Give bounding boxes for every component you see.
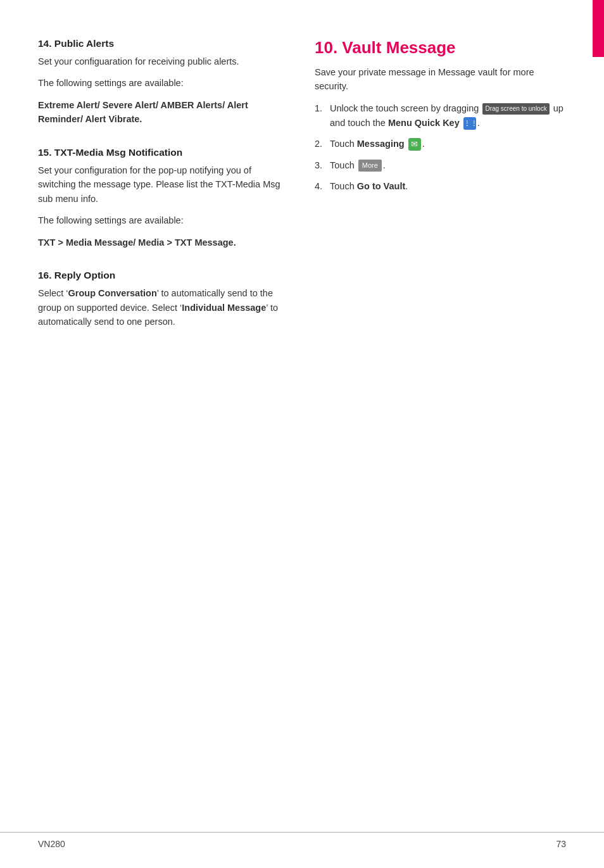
- section-10: 10. Vault Message Save your private mess…: [315, 38, 566, 194]
- drag-screen-badge: Drag screen to unlock: [482, 103, 549, 115]
- step-1-content: Unlock the touch screen by dragging Drag…: [330, 101, 566, 130]
- step-4-num: 4.: [315, 179, 326, 194]
- section-16-bold2: Individual Message: [182, 303, 266, 313]
- menu-quick-key-label: Menu Quick Key: [388, 118, 460, 128]
- go-to-vault-label: Go to Vault: [357, 181, 406, 191]
- step-4-content: Touch Go to Vault.: [330, 179, 566, 194]
- footer-model: VN280: [38, 839, 65, 849]
- left-column: 14. Public Alerts Set your configuaratio…: [38, 38, 289, 337]
- step-2: 2. Touch Messaging ✉.: [315, 137, 566, 151]
- menu-quick-key-icon: ⋮⋮: [463, 117, 476, 130]
- messaging-icon: ✉: [408, 138, 421, 151]
- section-14-para1: Set your configuaration for receiving pu…: [38, 54, 289, 68]
- section-16-heading: 16. Reply Option: [38, 270, 289, 281]
- footer-page: 73: [556, 839, 566, 849]
- section-14-para3: Extreme Alert/ Severe Alert/ AMBER Alert…: [38, 98, 289, 127]
- step-4: 4. Touch Go to Vault.: [315, 179, 566, 194]
- pink-tab: [593, 0, 604, 57]
- section-16: 16. Reply Option Select ‘Group Conversat…: [38, 270, 289, 329]
- section-15-para3: TXT > Media Message/ Media > TXT Message…: [38, 236, 289, 249]
- section-16-bold1: Group Conversation: [68, 288, 157, 298]
- section-14: 14. Public Alerts Set your configuaratio…: [38, 38, 289, 127]
- step-1-num: 1.: [315, 101, 326, 116]
- right-column: 10. Vault Message Save your private mess…: [315, 38, 566, 337]
- section-15-heading: 15. TXT-Media Msg Notification: [38, 147, 289, 158]
- two-column-layout: 14. Public Alerts Set your configuaratio…: [38, 38, 566, 337]
- step-2-content: Touch Messaging ✉.: [330, 137, 566, 151]
- step-2-num: 2.: [315, 137, 326, 151]
- section-15-para2: The following settings are available:: [38, 213, 289, 227]
- footer-bar: VN280 73: [0, 832, 604, 849]
- step-3-num: 3.: [315, 158, 326, 173]
- section-16-pre1: Select ‘: [38, 288, 68, 298]
- step-3: 3. Touch More.: [315, 158, 566, 173]
- more-badge: More: [358, 160, 382, 172]
- messaging-label: Messaging: [357, 139, 405, 149]
- section-14-para2: The following settings are available:: [38, 76, 289, 90]
- section-16-body: Select ‘Group Conversation’ to automatic…: [38, 286, 289, 329]
- section-15-para1: Set your configuration for the pop-up no…: [38, 163, 289, 206]
- step-3-content: Touch More.: [330, 158, 566, 173]
- spacer-2: [38, 257, 289, 270]
- page-container: 14. Public Alerts Set your configuaratio…: [0, 0, 604, 868]
- step-1: 1. Unlock the touch screen by dragging D…: [315, 101, 566, 130]
- section-10-intro: Save your private message in Message vau…: [315, 65, 566, 94]
- spacer-1: [38, 134, 289, 147]
- section-15: 15. TXT-Media Msg Notification Set your …: [38, 147, 289, 249]
- section-10-title: 10. Vault Message: [315, 38, 566, 58]
- section-14-heading: 14. Public Alerts: [38, 38, 289, 49]
- steps-list: 1. Unlock the touch screen by dragging D…: [315, 101, 566, 194]
